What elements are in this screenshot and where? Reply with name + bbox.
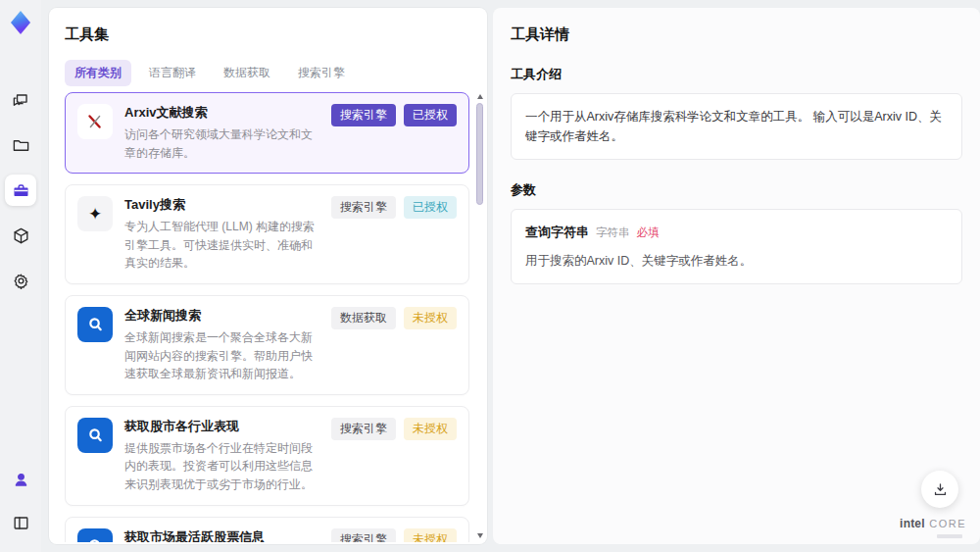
tool-card-desc: 访问各个研究领域大量科学论文和文章的存储库。 bbox=[124, 125, 321, 162]
intro-box: 一个用于从Arxiv存储库搜索科学论文和文章的工具。 输入可以是Arxiv ID… bbox=[511, 93, 962, 160]
tool-card[interactable]: 获取市场最活跃股票信息 提供当天交易量最高的股票列表。投资者可以利用这些信息来识… bbox=[65, 517, 469, 542]
param-box: 查询字符串 字符串 必填 用于搜索的Arxiv ID、关键字或作者姓名。 bbox=[511, 209, 962, 284]
tool-card-title: Arxiv文献搜索 bbox=[124, 104, 321, 122]
sidebar-item-chat[interactable] bbox=[5, 84, 36, 116]
app-rail bbox=[0, 0, 41, 552]
download-icon bbox=[932, 481, 949, 498]
scrollbar-thumb[interactable] bbox=[476, 103, 483, 205]
news-search-icon bbox=[84, 535, 106, 542]
tools-panel: 工具集 所有类别语言翻译数据获取搜索引擎 Arxiv文献搜索 访问各个研究领域大… bbox=[49, 8, 487, 544]
tavily-star-icon: ✦ bbox=[88, 206, 102, 223]
param-required-badge: 必填 bbox=[637, 224, 660, 241]
tool-card[interactable]: 获取股市各行业表现 提供股票市场各个行业在特定时间段内的表现。投资者可以利用这些… bbox=[65, 406, 469, 506]
news-search-icon bbox=[84, 314, 106, 335]
download-button[interactable] bbox=[921, 471, 958, 508]
tool-card-title: 获取股市各行业表现 bbox=[124, 418, 321, 435]
collapse-panel-icon bbox=[12, 514, 30, 532]
tool-card-desc: 全球新闻搜索是一个聚合全球各大新闻网站内容的搜索引擎。帮助用户快速获取全球最新资… bbox=[124, 328, 321, 383]
tool-card[interactable]: Arxiv文献搜索 访问各个研究领域大量科学论文和文章的存储库。 搜索引擎 已授… bbox=[65, 92, 469, 174]
category-badge: 搜索引擎 bbox=[331, 418, 396, 440]
tool-card-title: Tavily搜索 bbox=[124, 196, 321, 214]
status-badge: 未授权 bbox=[404, 528, 457, 542]
brand-intel: intel bbox=[900, 517, 925, 530]
tool-card[interactable]: ✦ Tavily搜索 专为人工智能代理 (LLM) 构建的搜索引擎工具。可快速提… bbox=[65, 184, 469, 284]
gear-icon bbox=[12, 272, 30, 290]
status-badge: 已授权 bbox=[404, 104, 457, 126]
user-icon bbox=[12, 471, 30, 489]
scrollbar[interactable] bbox=[476, 94, 484, 538]
tab-3[interactable]: 搜索引擎 bbox=[288, 60, 355, 86]
tools-panel-title: 工具集 bbox=[49, 8, 487, 44]
app-logo bbox=[6, 8, 35, 37]
sidebar-item-files[interactable] bbox=[5, 129, 36, 161]
sidebar-item-packages[interactable] bbox=[5, 220, 36, 251]
tool-card-title: 获取市场最活跃股票信息 bbox=[124, 528, 321, 542]
tab-1[interactable]: 语言翻译 bbox=[139, 60, 206, 86]
tool-card-desc: 提供股票市场各个行业在特定时间段内的表现。投资者可以利用这些信息来识别表现优于或… bbox=[124, 439, 321, 494]
status-badge: 未授权 bbox=[404, 307, 457, 329]
scroll-down-icon[interactable] bbox=[477, 533, 483, 538]
category-badge: 搜索引擎 bbox=[331, 196, 396, 219]
status-badge: 已授权 bbox=[404, 196, 457, 219]
sidebar-item-tools[interactable] bbox=[5, 175, 36, 206]
category-badge: 数据获取 bbox=[331, 307, 396, 329]
brand-core: CORE bbox=[929, 518, 966, 529]
tab-0[interactable]: 所有类别 bbox=[65, 60, 131, 86]
tool-card-list: Arxiv文献搜索 访问各个研究领域大量科学论文和文章的存储库。 搜索引擎 已授… bbox=[65, 92, 469, 542]
tab-2[interactable]: 数据获取 bbox=[214, 60, 280, 86]
sidebar-item-account[interactable] bbox=[5, 464, 36, 495]
tool-card-icon: ✦ bbox=[77, 196, 113, 231]
param-name: 查询字符串 bbox=[525, 223, 589, 243]
arxiv-icon bbox=[84, 111, 106, 132]
details-panel: 工具详情 工具介绍 一个用于从Arxiv存储库搜索科学论文和文章的工具。 输入可… bbox=[493, 8, 980, 544]
details-panel-title: 工具详情 bbox=[493, 8, 980, 44]
tool-card-icon bbox=[77, 528, 113, 542]
intro-heading: 工具介绍 bbox=[511, 66, 962, 83]
sidebar-item-settings[interactable] bbox=[5, 265, 36, 296]
param-type: 字符串 bbox=[596, 224, 630, 241]
category-tabs: 所有类别语言翻译数据获取搜索引擎 bbox=[49, 44, 487, 96]
toolbox-icon bbox=[12, 181, 30, 200]
scroll-up-icon[interactable] bbox=[477, 94, 483, 99]
intel-core-logo: intel CORE bbox=[900, 514, 966, 538]
param-desc: 用于搜索的Arxiv ID、关键字或作者姓名。 bbox=[525, 251, 948, 271]
sidebar-item-collapse[interactable] bbox=[5, 507, 36, 538]
category-badge: 搜索引擎 bbox=[331, 104, 396, 126]
tool-card-title: 全球新闻搜索 bbox=[124, 307, 321, 325]
folder-icon bbox=[12, 136, 30, 155]
news-search-icon bbox=[84, 425, 106, 446]
chat-icon bbox=[12, 91, 30, 110]
tool-card-icon bbox=[77, 307, 113, 342]
gem-icon bbox=[11, 11, 30, 34]
tool-card-desc: 专为人工智能代理 (LLM) 构建的搜索引擎工具。可快速提供实时、准确和真实的结… bbox=[124, 218, 321, 273]
category-badge: 搜索引擎 bbox=[331, 528, 396, 542]
tool-card[interactable]: 全球新闻搜索 全球新闻搜索是一个聚合全球各大新闻网站内容的搜索引擎。帮助用户快速… bbox=[65, 295, 469, 395]
tool-card-icon bbox=[77, 104, 113, 139]
status-badge: 未授权 bbox=[404, 418, 457, 440]
params-heading: 参数 bbox=[511, 181, 962, 199]
tool-card-icon bbox=[77, 418, 113, 453]
package-icon bbox=[12, 226, 30, 245]
